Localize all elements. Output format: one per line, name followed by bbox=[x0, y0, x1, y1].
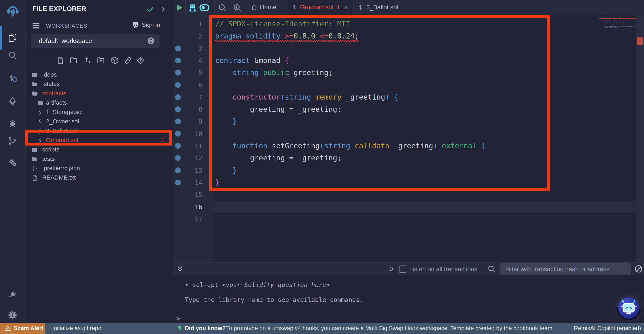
copilot-toggle[interactable] bbox=[199, 2, 210, 13]
terminal-output[interactable]: • sol-gpt <your Solidity question here>T… bbox=[173, 275, 644, 323]
tree-item--deps[interactable]: .deps bbox=[26, 70, 172, 79]
current-line-highlight bbox=[212, 201, 636, 213]
branch-icon bbox=[8, 136, 18, 146]
remix-logo-icon[interactable] bbox=[6, 5, 20, 19]
line-number: 17 bbox=[181, 216, 202, 223]
tab-close-icon[interactable] bbox=[343, 4, 349, 10]
copilot-status[interactable]: RemixAI Copilot (enabled) bbox=[574, 325, 641, 332]
listen-checkbox[interactable] bbox=[399, 266, 406, 273]
hamburger-menu-icon[interactable] bbox=[32, 21, 40, 30]
listen-label[interactable]: Listen on all transactions bbox=[409, 266, 477, 273]
rail-item-deploy-run[interactable] bbox=[7, 96, 18, 107]
remix-ai-assistant-button[interactable] bbox=[618, 298, 639, 319]
rail-item-plugin-manager[interactable] bbox=[7, 289, 18, 300]
code-line-14[interactable]: } bbox=[215, 176, 219, 189]
tree-item-gmonad-sol[interactable]: Gmonad.sol1 bbox=[26, 136, 172, 145]
chevrons-down-icon bbox=[176, 265, 184, 273]
github-icon bbox=[132, 21, 140, 29]
zoom-out-button[interactable] bbox=[217, 2, 228, 13]
link-button[interactable] bbox=[123, 56, 133, 65]
line-number: 1 bbox=[181, 20, 202, 28]
zoom-in-button[interactable] bbox=[232, 2, 243, 13]
play-icon bbox=[175, 3, 184, 12]
tree-item-scripts[interactable]: scripts bbox=[26, 145, 172, 154]
gutter-dot bbox=[175, 167, 181, 173]
ban-icon bbox=[634, 265, 643, 273]
search-icon[interactable] bbox=[487, 265, 496, 273]
tree-item-label: .states bbox=[42, 81, 60, 87]
overview-ruler[interactable] bbox=[636, 15, 644, 262]
code-line-1[interactable]: // SPDX-License-Identifier: MIT bbox=[215, 18, 350, 30]
tree-item-readme-txt[interactable]: README.txt bbox=[26, 173, 172, 183]
run-script-button[interactable] bbox=[174, 2, 185, 13]
close-icon bbox=[343, 4, 349, 10]
new-folder-icon bbox=[70, 56, 78, 64]
git-diamond-button[interactable] bbox=[136, 56, 146, 65]
code-line-4[interactable]: contract Gmonad { bbox=[215, 54, 289, 67]
line-number: 9 bbox=[181, 118, 202, 125]
error-marker bbox=[637, 37, 643, 45]
gutter-dot bbox=[175, 45, 181, 51]
code-line-8[interactable]: greeting = _greeting; bbox=[215, 103, 342, 115]
code-line-12[interactable]: greeting = _greeting; bbox=[215, 152, 342, 164]
rail-item-git[interactable] bbox=[7, 136, 18, 147]
upload-folder-button[interactable] bbox=[96, 56, 106, 65]
rail-item-debugger[interactable] bbox=[7, 118, 18, 129]
select-updown-icon bbox=[147, 37, 155, 45]
upload-file-button[interactable] bbox=[82, 56, 91, 65]
collapse-terminal-icon[interactable] bbox=[176, 265, 184, 273]
code-line-5[interactable]: string public greeting; bbox=[215, 67, 333, 79]
code-line-11[interactable]: function setGreeting(string calldata _gr… bbox=[215, 140, 485, 152]
cube-icon bbox=[111, 56, 119, 64]
chevron-right-icon[interactable] bbox=[159, 6, 166, 13]
updown-icon bbox=[147, 37, 155, 45]
minimap-line: string public greeting; bbox=[600, 20, 618, 21]
tree-item-label: 3_Ballot.sol bbox=[46, 127, 77, 134]
folder-icon bbox=[32, 72, 38, 78]
separator bbox=[185, 0, 186, 15]
active-plugin-indicator bbox=[0, 26, 2, 50]
terminal-header: 0 Listen on all transactions bbox=[173, 262, 644, 275]
tree-item-artifacts[interactable]: artifacts bbox=[26, 98, 172, 108]
sign-in-button[interactable]: Sign in bbox=[132, 21, 160, 29]
search-icon bbox=[487, 265, 496, 273]
tree-item-label: artifacts bbox=[46, 99, 67, 106]
tree-item-2-owner-sol[interactable]: 2_Owner.sol bbox=[26, 117, 172, 126]
code-line-9[interactable]: } bbox=[215, 115, 237, 127]
tab-gmonad-sol[interactable]: Gmonad.sol1 bbox=[287, 0, 354, 15]
sign-in-label: Sign in bbox=[142, 21, 160, 28]
tree-item-tests[interactable]: tests bbox=[26, 154, 172, 164]
tree-item-label: 1_Storage.sol bbox=[46, 109, 83, 115]
code-line-13[interactable]: } bbox=[215, 164, 237, 176]
workspace-select[interactable]: default_workspace bbox=[31, 34, 160, 48]
ai-copilot-robot-button[interactable] bbox=[187, 2, 198, 13]
terminal-prompt[interactable]: > bbox=[176, 315, 180, 323]
sol-icon bbox=[37, 128, 44, 134]
transaction-filter-input[interactable] bbox=[500, 263, 631, 275]
tree-item-1-storage-sol[interactable]: 1_Storage.sol bbox=[26, 108, 172, 117]
cube-button[interactable] bbox=[110, 56, 120, 65]
code-editor[interactable]: 1// SPDX-License-Identifier: MIT2pragma … bbox=[173, 15, 644, 262]
line-number: 7 bbox=[181, 94, 202, 101]
clear-console-icon[interactable] bbox=[634, 265, 643, 273]
tab-3-ballot-sol[interactable]: 3_Ballot.sol bbox=[354, 0, 410, 15]
new-file-button[interactable] bbox=[56, 56, 65, 65]
scam-alert-button[interactable]: Scam Alert bbox=[0, 323, 45, 334]
rail-item-settings[interactable] bbox=[7, 310, 18, 321]
tree-item-3-ballot-sol[interactable]: 3_Ballot.sol bbox=[26, 126, 172, 136]
tree-item--prettierrc-json[interactable]: .prettierrc.json bbox=[26, 164, 172, 173]
rail-item-plugin-runner[interactable] bbox=[7, 157, 18, 168]
tab-home[interactable]: Home bbox=[246, 0, 287, 15]
tree-item-label: contracts bbox=[42, 90, 66, 97]
rail-item-search[interactable] bbox=[7, 50, 18, 61]
tree-item--states[interactable]: .states bbox=[26, 79, 172, 89]
tree-item-contracts[interactable]: contracts bbox=[26, 89, 172, 98]
rail-item-solidity-compiler[interactable] bbox=[7, 73, 18, 84]
code-line-7[interactable]: constructor(string memory _greeting) { bbox=[215, 91, 398, 103]
rail-item-file-explorer[interactable] bbox=[7, 32, 18, 43]
doc-lines-icon bbox=[32, 175, 38, 181]
new-folder-button[interactable] bbox=[69, 56, 78, 65]
line-number: 12 bbox=[181, 154, 202, 162]
git-init-button[interactable]: Initialize as git repo bbox=[52, 325, 101, 332]
error-squiggle bbox=[215, 40, 359, 42]
